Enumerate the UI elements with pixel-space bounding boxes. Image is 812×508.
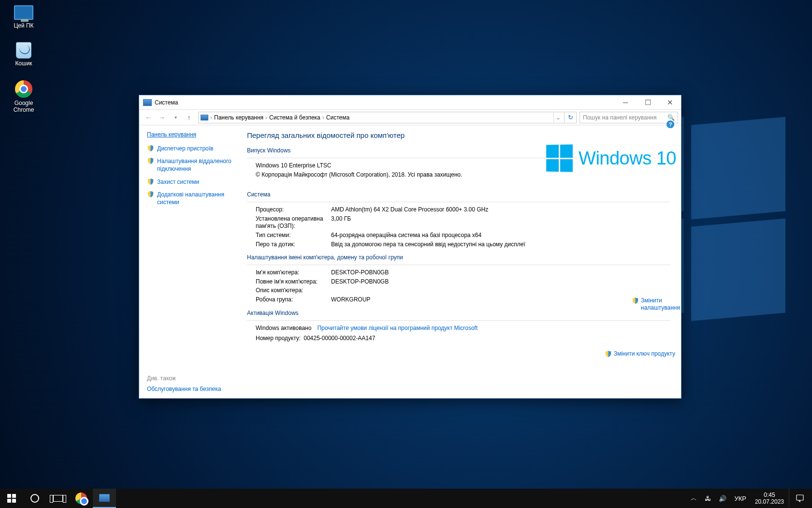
desktop-icon-grid: Цей ПК Кошик Google Chrome [4, 4, 44, 113]
svg-rect-2 [7, 499, 11, 503]
sidebar-item-label: Додаткові налаштування системи [157, 191, 235, 206]
shield-icon [147, 157, 154, 164]
tray-overflow-button[interactable]: ︿ [687, 489, 701, 508]
activation-status: Windows активовано [256, 325, 311, 332]
shield-icon [605, 350, 612, 358]
search-button[interactable] [23, 489, 46, 508]
product-id-value: 00425-00000-00002-AA147 [304, 335, 375, 343]
breadcrumb-item[interactable]: Система й безпека [269, 114, 320, 121]
system-icon [143, 99, 152, 106]
nav-forward-button: → [156, 111, 168, 124]
product-id-label: Номер продукту: [256, 335, 301, 343]
see-also-title: Див. також [147, 375, 235, 382]
windows-edition-value: Windows 10 Enterprise LTSC [256, 162, 332, 170]
tray-volume-icon[interactable]: 🔊 [715, 489, 730, 508]
chevron-right-icon: › [322, 114, 324, 121]
workgroup-value: WORKGROUP [331, 296, 670, 304]
breadcrumb-item[interactable]: Панель керування [214, 114, 263, 121]
chevron-right-icon: › [210, 114, 212, 121]
refresh-button[interactable]: ↻ [565, 112, 577, 123]
taskbar-app-system[interactable] [93, 489, 116, 508]
license-terms-link[interactable]: Прочитайте умови ліцензії на програмний … [317, 325, 478, 332]
section-computer-name: Налаштування імені комп'ютера, домену та… [247, 254, 670, 261]
sidebar: Панель керування Диспетчер пристроїв Нал… [139, 125, 243, 398]
computer-name-label: Ім'я комп'ютера: [256, 269, 331, 277]
nav-up-button[interactable]: ↑ [183, 111, 195, 124]
task-view-icon [53, 495, 63, 502]
breadcrumb[interactable]: › Панель керування › Система й безпека ›… [198, 112, 565, 123]
full-computer-name-value: DESKTOP-POBN0GB [331, 278, 670, 286]
cortana-search-icon [30, 494, 39, 503]
system-properties-window: Система ─ ☐ ✕ ← → ▾ ↑ › Панель керування… [139, 95, 682, 399]
desktop-icon-this-pc[interactable]: Цей ПК [4, 4, 44, 29]
desktop-icon-label: Google Chrome [4, 100, 44, 113]
windows-logo: Windows 10 [546, 145, 676, 172]
chrome-icon [75, 493, 87, 504]
tray-clock-time: 0:45 [755, 492, 784, 498]
sidebar-item-device-manager[interactable]: Диспетчер пристроїв [147, 145, 235, 152]
tray-clock-date: 20.07.2023 [755, 498, 784, 505]
tray-clock[interactable]: 0:45 20.07.2023 [750, 492, 789, 506]
shield-icon [632, 297, 639, 304]
search-icon: 🔍 [667, 114, 675, 121]
full-computer-name-label: Повне ім'я комп'ютера: [256, 278, 331, 286]
system-type-value: 64-розрядна операційна система на базі п… [331, 232, 670, 239]
change-product-key-link[interactable]: Змінити ключ продукту [605, 350, 675, 358]
sidebar-item-label: Захист системи [157, 178, 199, 186]
nav-recent-button[interactable]: ▾ [169, 111, 182, 124]
change-settings-link[interactable]: Змінити налаштування [632, 297, 675, 312]
titlebar[interactable]: Система ─ ☐ ✕ [139, 95, 681, 110]
window-title: Система [155, 99, 178, 106]
desktop-icon-recycle-bin[interactable]: Кошик [4, 42, 44, 67]
workgroup-label: Робоча група: [256, 296, 331, 304]
system-tray: ︿ 🖧 🔊 УКР 0:45 20.07.2023 [687, 489, 812, 508]
desktop-icon-chrome[interactable]: Google Chrome [4, 79, 44, 113]
search-input[interactable]: Пошук на панелі керування 🔍 [580, 112, 678, 123]
ram-label: Установлена оперативна пам'ять (ОЗП): [256, 215, 331, 230]
maximize-button[interactable]: ☐ [637, 95, 659, 110]
svg-rect-1 [12, 494, 16, 498]
shield-icon [147, 145, 154, 152]
pc-icon [14, 5, 33, 20]
tray-network-icon[interactable]: 🖧 [701, 489, 715, 508]
breadcrumb-item[interactable]: Система [326, 114, 349, 121]
windows-logo-text: Windows 10 [579, 148, 676, 169]
sidebar-item-label: Диспетчер пристроїв [157, 145, 213, 152]
nav-back-button[interactable]: ← [142, 111, 155, 124]
content-pane: Перегляд загальних відомостей про комп'ю… [243, 125, 681, 398]
svg-rect-3 [12, 499, 16, 503]
pen-touch-value: Ввід за допомогою пера та сенсорний ввід… [331, 241, 670, 249]
sidebar-item-remote-settings[interactable]: Налаштування віддаленого підключення [147, 157, 235, 173]
section-activation: Активація Windows [247, 310, 670, 316]
breadcrumb-chevron-down-icon[interactable]: ⌄ [553, 112, 562, 123]
close-button[interactable]: ✕ [659, 95, 681, 110]
control-panel-home-link[interactable]: Панель керування [147, 131, 235, 138]
windows-start-icon [7, 494, 16, 503]
see-also-security-link[interactable]: Обслуговування та безпека [147, 386, 235, 392]
sidebar-item-label: Налаштування віддаленого підключення [157, 157, 235, 173]
taskbar-app-chrome[interactable] [70, 489, 93, 508]
minimize-button[interactable]: ─ [614, 95, 637, 110]
system-icon [99, 494, 110, 502]
sidebar-item-advanced-settings[interactable]: Додаткові налаштування системи [147, 191, 235, 206]
section-system: Система [247, 191, 670, 198]
windows-logo-icon [546, 144, 573, 172]
ram-value: 3,00 ГБ [331, 215, 670, 230]
control-panel-icon [201, 115, 208, 120]
shield-icon [147, 178, 154, 185]
desktop-icon-label: Кошик [15, 60, 32, 67]
start-button[interactable] [0, 489, 23, 508]
processor-label: Процесор: [256, 206, 331, 214]
svg-rect-0 [7, 494, 11, 498]
pen-touch-label: Перо та дотик: [256, 241, 331, 249]
action-center-button[interactable] [789, 489, 810, 508]
task-view-button[interactable] [46, 489, 70, 508]
system-type-label: Тип системи: [256, 232, 331, 239]
tray-language-button[interactable]: УКР [730, 489, 750, 508]
sidebar-item-system-protection[interactable]: Захист системи [147, 178, 235, 186]
notification-icon [796, 494, 804, 503]
processor-value: AMD Athlon(tm) 64 X2 Dual Core Processor… [331, 206, 670, 214]
computer-description-value [331, 287, 670, 295]
computer-name-value: DESKTOP-POBN0GB [331, 269, 670, 277]
navigation-bar: ← → ▾ ↑ › Панель керування › Система й б… [139, 110, 681, 125]
